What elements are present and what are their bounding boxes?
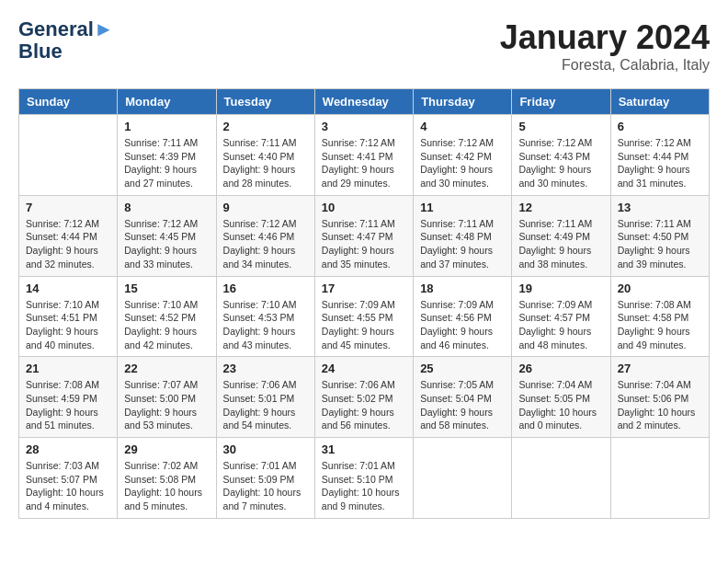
calendar-cell: 23Sunrise: 7:06 AMSunset: 5:01 PMDayligh… [216,357,314,438]
day-number: 18 [420,282,505,295]
day-info: Sunrise: 7:11 AMSunset: 4:48 PMDaylight:… [420,217,505,271]
title-block: January 2024 Foresta, Calabria, Italy [500,18,710,74]
day-info: Sunrise: 7:12 AMSunset: 4:45 PMDaylight:… [124,217,209,271]
day-info: Sunrise: 7:06 AMSunset: 5:02 PMDaylight:… [322,378,406,432]
logo: General►Blue [18,18,114,63]
day-info: Sunrise: 7:06 AMSunset: 5:01 PMDaylight:… [223,378,308,432]
day-info: Sunrise: 7:12 AMSunset: 4:43 PMDaylight:… [518,136,603,190]
day-info: Sunrise: 7:08 AMSunset: 4:58 PMDaylight:… [618,298,702,352]
calendar-cell: 1Sunrise: 7:11 AMSunset: 4:39 PMDaylight… [118,115,216,196]
day-number: 9 [223,201,308,214]
day-info: Sunrise: 7:04 AMSunset: 5:05 PMDaylight:… [518,378,603,432]
calendar-cell: 30Sunrise: 7:01 AMSunset: 5:09 PMDayligh… [216,438,314,519]
day-info: Sunrise: 7:04 AMSunset: 5:06 PMDaylight:… [618,378,702,432]
day-number: 16 [223,282,308,295]
calendar-cell [610,438,709,519]
day-number: 6 [618,120,702,133]
calendar-week-row: 1Sunrise: 7:11 AMSunset: 4:39 PMDaylight… [19,115,710,196]
day-number: 19 [518,282,603,295]
calendar-week-row: 28Sunrise: 7:03 AMSunset: 5:07 PMDayligh… [19,438,710,519]
calendar-cell: 15Sunrise: 7:10 AMSunset: 4:52 PMDayligh… [118,276,216,357]
day-number: 17 [322,282,406,295]
day-number: 5 [518,120,603,133]
day-number: 28 [26,442,110,456]
calendar-cell: 31Sunrise: 7:01 AMSunset: 5:10 PMDayligh… [314,438,413,519]
day-number: 27 [618,362,702,375]
calendar-cell: 20Sunrise: 7:08 AMSunset: 4:58 PMDayligh… [610,276,709,357]
day-info: Sunrise: 7:12 AMSunset: 4:42 PMDaylight:… [420,136,505,190]
day-number: 21 [26,362,110,375]
day-number: 10 [322,201,406,214]
weekday-header: Saturday [610,89,709,115]
day-number: 24 [322,362,406,375]
day-number: 22 [124,362,209,375]
calendar-title: January 2024 [500,18,710,57]
calendar-cell: 21Sunrise: 7:08 AMSunset: 4:59 PMDayligh… [19,357,118,438]
day-number: 13 [618,201,702,214]
calendar-cell: 17Sunrise: 7:09 AMSunset: 4:55 PMDayligh… [314,276,413,357]
day-number: 30 [223,442,308,456]
calendar-cell: 11Sunrise: 7:11 AMSunset: 4:48 PMDayligh… [414,195,512,276]
calendar-cell: 19Sunrise: 7:09 AMSunset: 4:57 PMDayligh… [512,276,610,357]
day-number: 26 [518,362,603,375]
weekday-header: Thursday [414,89,512,115]
calendar-week-row: 14Sunrise: 7:10 AMSunset: 4:51 PMDayligh… [19,276,710,357]
weekday-header: Monday [118,89,216,115]
day-number: 25 [420,362,505,375]
day-info: Sunrise: 7:11 AMSunset: 4:47 PMDaylight:… [322,217,406,271]
day-info: Sunrise: 7:11 AMSunset: 4:40 PMDaylight:… [223,136,308,190]
calendar-cell: 29Sunrise: 7:02 AMSunset: 5:08 PMDayligh… [118,438,216,519]
day-number: 20 [618,282,702,295]
day-info: Sunrise: 7:09 AMSunset: 4:56 PMDaylight:… [420,298,505,352]
day-info: Sunrise: 7:12 AMSunset: 4:41 PMDaylight:… [322,136,406,190]
calendar-cell: 8Sunrise: 7:12 AMSunset: 4:45 PMDaylight… [118,195,216,276]
calendar-cell: 26Sunrise: 7:04 AMSunset: 5:05 PMDayligh… [512,357,610,438]
calendar-cell [19,115,118,196]
weekday-header: Wednesday [314,89,413,115]
calendar-cell: 27Sunrise: 7:04 AMSunset: 5:06 PMDayligh… [610,357,709,438]
calendar-cell [512,438,610,519]
day-info: Sunrise: 7:07 AMSunset: 5:00 PMDaylight:… [124,378,209,432]
calendar-cell: 5Sunrise: 7:12 AMSunset: 4:43 PMDaylight… [512,115,610,196]
day-number: 7 [26,201,110,214]
calendar-cell: 14Sunrise: 7:10 AMSunset: 4:51 PMDayligh… [19,276,118,357]
calendar-cell: 10Sunrise: 7:11 AMSunset: 4:47 PMDayligh… [314,195,413,276]
weekday-row: SundayMondayTuesdayWednesdayThursdayFrid… [19,89,710,115]
calendar-cell: 2Sunrise: 7:11 AMSunset: 4:40 PMDaylight… [216,115,314,196]
calendar-cell: 7Sunrise: 7:12 AMSunset: 4:44 PMDaylight… [19,195,118,276]
weekday-header: Friday [512,89,610,115]
day-info: Sunrise: 7:11 AMSunset: 4:50 PMDaylight:… [618,217,702,271]
calendar-cell: 24Sunrise: 7:06 AMSunset: 5:02 PMDayligh… [314,357,413,438]
day-info: Sunrise: 7:05 AMSunset: 5:04 PMDaylight:… [420,378,505,432]
day-info: Sunrise: 7:08 AMSunset: 4:59 PMDaylight:… [26,378,110,432]
calendar-cell: 13Sunrise: 7:11 AMSunset: 4:50 PMDayligh… [610,195,709,276]
weekday-header: Tuesday [216,89,314,115]
day-info: Sunrise: 7:11 AMSunset: 4:49 PMDaylight:… [518,217,603,271]
calendar-table: SundayMondayTuesdayWednesdayThursdayFrid… [18,88,710,519]
day-info: Sunrise: 7:10 AMSunset: 4:53 PMDaylight:… [223,298,308,352]
day-info: Sunrise: 7:12 AMSunset: 4:46 PMDaylight:… [223,217,308,271]
page-header: General►Blue January 2024 Foresta, Calab… [18,18,710,74]
day-info: Sunrise: 7:11 AMSunset: 4:39 PMDaylight:… [124,136,209,190]
calendar-cell: 4Sunrise: 7:12 AMSunset: 4:42 PMDaylight… [414,115,512,196]
day-info: Sunrise: 7:10 AMSunset: 4:51 PMDaylight:… [26,298,110,352]
calendar-cell: 25Sunrise: 7:05 AMSunset: 5:04 PMDayligh… [414,357,512,438]
day-info: Sunrise: 7:03 AMSunset: 5:07 PMDaylight:… [26,459,110,513]
calendar-cell: 18Sunrise: 7:09 AMSunset: 4:56 PMDayligh… [414,276,512,357]
calendar-cell: 12Sunrise: 7:11 AMSunset: 4:49 PMDayligh… [512,195,610,276]
day-number: 14 [26,282,110,295]
calendar-body: 1Sunrise: 7:11 AMSunset: 4:39 PMDaylight… [19,115,710,519]
day-info: Sunrise: 7:09 AMSunset: 4:55 PMDaylight:… [322,298,406,352]
day-number: 12 [518,201,603,214]
calendar-week-row: 21Sunrise: 7:08 AMSunset: 4:59 PMDayligh… [19,357,710,438]
day-number: 1 [124,120,209,133]
day-info: Sunrise: 7:01 AMSunset: 5:09 PMDaylight:… [223,459,308,513]
weekday-header: Sunday [19,89,118,115]
day-number: 4 [420,120,505,133]
day-info: Sunrise: 7:12 AMSunset: 4:44 PMDaylight:… [618,136,702,190]
day-number: 15 [124,282,209,295]
logo-text: General►Blue [18,18,114,63]
day-number: 31 [322,442,406,456]
day-number: 3 [322,120,406,133]
day-info: Sunrise: 7:09 AMSunset: 4:57 PMDaylight:… [518,298,603,352]
